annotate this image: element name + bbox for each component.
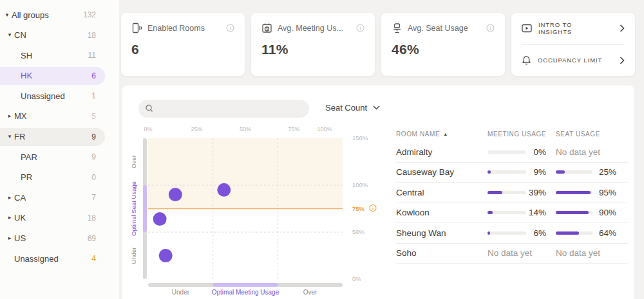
usage-percent: 9% [526, 167, 556, 177]
y-tick-label: 0% [352, 275, 361, 282]
info-icon[interactable] [356, 24, 365, 32]
info-icon[interactable] [486, 24, 495, 32]
sidebar-item-unassigned[interactable]: Unassigned4 [0, 249, 105, 267]
usage-bar-fill [488, 231, 490, 235]
room-search[interactable] [138, 100, 309, 118]
x-tick-label: 25% [191, 126, 202, 132]
usage-bar-fill [556, 231, 579, 235]
sidebar-item-pr[interactable]: PR0 [0, 168, 105, 186]
stat-card-enabled-rooms: Enabled Rooms 6 [121, 13, 245, 76]
occupancy-limit-link[interactable]: OCCUPANCY LIMIT [522, 44, 625, 77]
x-zone-label: Over [303, 289, 317, 296]
usage-percent: 95% [592, 188, 628, 197]
sidebar-item-label: All groups [12, 10, 49, 20]
sidebar-item-count: 7 [91, 193, 105, 202]
caret-down-icon[interactable]: ▾ [5, 134, 14, 140]
room-icon [131, 23, 142, 33]
y-zone-label: Optimal Seat Usage [130, 181, 137, 236]
table-row-soho[interactable]: SohoNo data yetNo data yet [396, 244, 628, 264]
no-data-label: No data yet [556, 248, 600, 258]
sort-dropdown-value: Seat Count [325, 103, 367, 113]
room-name: Central [396, 188, 488, 197]
stat-card-value: 6 [131, 42, 234, 57]
table-row-admiralty[interactable]: Admiralty0%No data yet [396, 142, 628, 163]
y-tick-label: 100% [352, 181, 368, 188]
insights-panel: Seat Count 0%25%50%75%100%150%100%75%50%… [122, 86, 634, 299]
column-header-room-name[interactable]: ROOM NAME ▲ [396, 131, 488, 138]
sidebar-item-label: CA [14, 193, 26, 203]
usage-percent: 25% [592, 167, 628, 177]
sidebar-item-label: FR [14, 132, 25, 141]
caret-right-icon[interactable]: ▸ [5, 113, 14, 119]
y-axis-optimal-zone [143, 185, 147, 232]
column-header-seat-usage[interactable]: SEAT USAGE [556, 131, 628, 138]
no-data-label: No data yet [556, 147, 600, 157]
column-header-meeting-usage[interactable]: MEETING USAGE [488, 131, 556, 138]
meeting-usage-cell: 9% [488, 167, 556, 177]
scatter-point-kowloon[interactable] [169, 188, 182, 201]
usage-percent: 6% [526, 228, 556, 238]
scatter-point-sheung-wan[interactable] [153, 212, 167, 226]
usage-percent: 90% [592, 208, 628, 217]
intro-to-insights-link[interactable]: INTRO TO INSIGHTS [522, 13, 625, 44]
sidebar-item-unassigned[interactable]: Unassigned1 [0, 87, 105, 105]
sidebar-item-sh[interactable]: SH11 [0, 46, 105, 64]
search-input[interactable] [158, 104, 303, 114]
x-tick-label: 50% [240, 126, 251, 132]
sidebar-item-count: 69 [88, 234, 105, 243]
scatter-point-central[interactable] [217, 183, 231, 197]
usage-bar-fill [556, 211, 589, 214]
y-tick-label: 75% [352, 205, 365, 212]
usage-percent: 0% [526, 147, 556, 157]
sidebar-item-hk[interactable]: HK6 [0, 67, 105, 85]
usage-bar-track [488, 191, 526, 194]
sidebar-item-cn[interactable]: ▾CN18 [0, 26, 105, 44]
info-icon[interactable] [226, 24, 234, 32]
sidebar-item-mx[interactable]: ▸MX5 [0, 107, 105, 125]
room-name: Kowloon [396, 208, 488, 217]
sidebar-item-label: Unassigned [14, 254, 59, 264]
meeting-usage-cell: 14% [488, 208, 556, 217]
y-tick-label: 150% [352, 134, 368, 141]
rooms-table: ROOM NAME ▲ MEETING USAGE SEAT USAGE Adm… [396, 125, 628, 264]
usage-bar-track [488, 170, 526, 174]
usage-bar-track [556, 211, 592, 214]
sidebar-item-us[interactable]: ▸US69 [0, 230, 105, 248]
sort-dropdown[interactable]: Seat Count [325, 103, 380, 113]
caret-right-icon[interactable]: ▸ [5, 195, 14, 201]
room-name: Admiralty [396, 147, 488, 157]
room-name: Causeway Bay [396, 167, 488, 177]
sidebar-item-label: CN [14, 30, 26, 40]
table-row-causeway-bay[interactable]: Causeway Bay9%25% [396, 163, 628, 183]
usage-bar-fill [556, 191, 591, 194]
sidebar-item-fr[interactable]: ▾FR9 [0, 128, 105, 146]
meeting-usage-cell: No data yet [488, 248, 556, 258]
y-tick-label: 50% [352, 228, 365, 235]
y-zone-label: Under [130, 248, 137, 264]
usage-bar-track [556, 170, 592, 174]
sidebar-item-all-groups[interactable]: ▾All groups132 [0, 6, 105, 24]
seat-usage-cell: 64% [556, 228, 628, 238]
quick-link-label: OCCUPANCY LIMIT [538, 57, 602, 64]
stat-card-value: 46% [392, 42, 495, 57]
caret-right-icon[interactable]: ▸ [5, 215, 14, 221]
usage-scatter-chart: 0%25%50%75%100%150%100%75%50%0%OverOptim… [126, 122, 383, 299]
sidebar-item-label: PAR [21, 152, 37, 162]
sidebar-item-par[interactable]: PAR9 [0, 148, 105, 166]
usage-bar-fill [488, 191, 502, 194]
stat-card-label: Avg. Seat Usage [408, 24, 468, 33]
scatter-point-causeway-bay[interactable] [159, 249, 173, 262]
table-row-sheung-wan[interactable]: Sheung Wan6%64% [396, 223, 628, 244]
sidebar-item-label: SH [21, 51, 32, 60]
caret-right-icon[interactable]: ▸ [5, 235, 14, 241]
sidebar-item-ca[interactable]: ▸CA7 [0, 188, 105, 206]
caret-down-icon[interactable]: ▾ [5, 32, 14, 38]
sidebar-item-uk[interactable]: ▸UK18 [0, 209, 105, 227]
quick-links-card: INTRO TO INSIGHTS OCCUPANCY LIMIT [511, 13, 635, 76]
seat-icon [392, 23, 402, 33]
usage-percent: 64% [592, 228, 628, 238]
table-row-central[interactable]: Central39%95% [396, 183, 628, 203]
table-row-kowloon[interactable]: Kowloon14%90% [396, 203, 628, 224]
caret-down-icon[interactable]: ▾ [3, 12, 12, 18]
stat-card-avg-meeting-usage: Avg. Meeting Us... 11% [251, 13, 375, 76]
